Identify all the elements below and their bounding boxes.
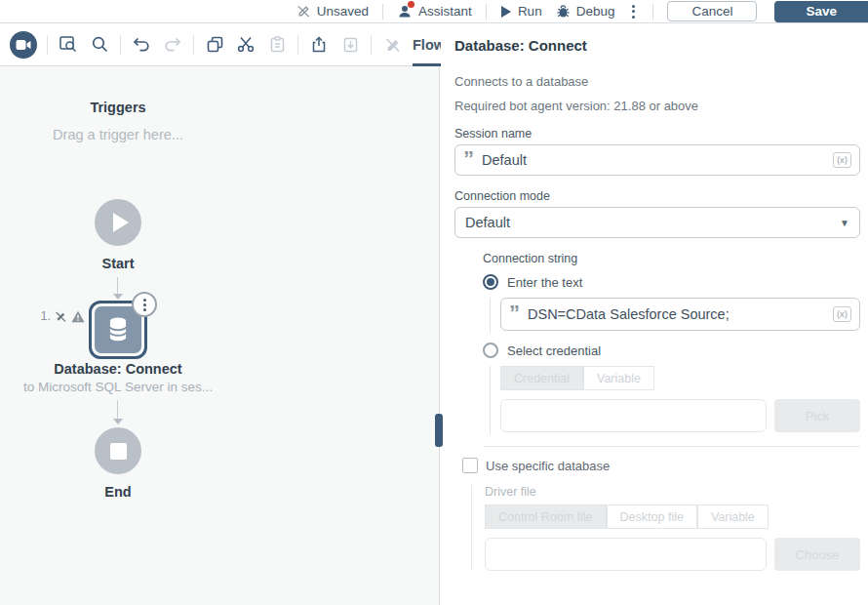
node-annotations: 1. — [41, 309, 85, 323]
assistant-button[interactable]: Assistant — [397, 4, 472, 20]
credential-block: Credential Variable Pick — [490, 366, 860, 434]
tab-credential[interactable]: Credential — [500, 366, 583, 390]
unsaved-status: Unsaved — [296, 4, 369, 19]
undo-icon[interactable] — [131, 34, 152, 56]
tab-variable[interactable]: Variable — [583, 366, 654, 390]
end-node[interactable] — [95, 427, 141, 474]
paste-icon[interactable] — [266, 34, 288, 56]
play-icon — [113, 213, 129, 232]
database-icon — [105, 316, 131, 343]
connection-string-value: DSN=CData Salesforce Source; — [528, 306, 825, 322]
session-name-input[interactable]: ” Default (x) — [454, 144, 860, 176]
chevron-down-icon: ▼ — [840, 218, 849, 228]
node-index: 1. — [41, 309, 51, 323]
zoom-icon[interactable] — [89, 34, 110, 56]
warning-icon — [71, 310, 85, 323]
find-in-flow-icon[interactable] — [58, 34, 79, 56]
pick-button[interactable]: Pick — [774, 399, 860, 432]
topbar-separator — [382, 4, 383, 20]
connection-mode-select[interactable]: Default ▼ — [454, 207, 860, 238]
enter-text-label: Enter the text — [507, 275, 582, 290]
redo-icon[interactable] — [162, 34, 183, 56]
assistant-icon — [397, 4, 413, 20]
import-download-icon[interactable] — [339, 34, 361, 56]
driver-file-group: Driver file Control Room file Desktop fi… — [471, 485, 860, 571]
insert-variable-icon[interactable]: (x) — [833, 306, 851, 322]
use-specific-database-row[interactable]: Use specific database — [462, 458, 860, 473]
node-subtitle: to Microsoft SQL Server in ses... — [23, 380, 213, 394]
text-quote-icon: ” — [463, 154, 474, 166]
select-credential-radio-row[interactable]: Select credential — [483, 343, 860, 358]
save-button[interactable]: Save — [774, 1, 868, 22]
driver-file-label: Driver file — [485, 485, 860, 499]
connection-mode-label: Connection mode — [454, 189, 860, 203]
driver-file-tabs: Control Room file Desktop file Variable — [485, 504, 860, 529]
connection-string-input-block: ” DSN=CData Salesforce Source; (x) — [490, 298, 860, 333]
unsaved-label: Unsaved — [317, 4, 369, 19]
debug-button[interactable]: Debug — [556, 4, 615, 19]
panel-resize-handle[interactable] — [435, 414, 443, 447]
text-quote-icon: ” — [509, 308, 520, 320]
insert-variable-icon[interactable]: (x) — [833, 152, 851, 168]
radio-unselected-icon[interactable] — [483, 343, 498, 358]
connection-mode-value: Default — [465, 215, 840, 230]
play-icon — [500, 5, 512, 19]
assistant-label: Assistant — [418, 4, 472, 19]
topbar-separator — [652, 4, 653, 20]
use-specific-database-label: Use specific database — [486, 459, 610, 473]
stop-icon — [110, 443, 127, 460]
end-node-label: End — [104, 484, 131, 500]
record-button[interactable] — [10, 31, 37, 59]
checkbox-unchecked-icon[interactable] — [462, 458, 478, 473]
unsaved-edit-icon — [55, 310, 67, 323]
node-title: Database: Connect — [54, 361, 181, 377]
credential-input[interactable] — [500, 399, 767, 432]
connector-arrow — [113, 419, 123, 424]
trigger-drop-zone[interactable]: Drag a trigger here... — [53, 127, 183, 142]
node-options-menu[interactable] — [132, 292, 157, 317]
action-description: Connects to a database — [454, 74, 860, 89]
run-button[interactable]: Run — [500, 4, 542, 19]
connector-line — [117, 400, 118, 420]
connection-string-input[interactable]: ” DSN=CData Salesforce Source; (x) — [500, 298, 860, 331]
top-bar: Unsaved Assistant Run Debug Cancel Save — [0, 0, 868, 23]
tab-desktop-file[interactable]: Desktop file — [607, 504, 697, 529]
notification-dot — [408, 1, 414, 8]
session-name-label: Session name — [454, 127, 860, 141]
radio-selected-icon[interactable] — [483, 274, 498, 290]
panel-title: Database: Connect — [454, 37, 860, 54]
agent-version-note: Required bot agent version: 21.88 or abo… — [454, 99, 860, 113]
enter-text-radio-row[interactable]: Enter the text — [483, 274, 860, 290]
start-node[interactable] — [95, 199, 141, 246]
driver-file-input[interactable] — [485, 538, 767, 571]
bug-icon — [556, 4, 571, 19]
action-properties-panel: Database: Connect Connects to a database… — [441, 23, 868, 605]
video-camera-icon — [16, 39, 31, 51]
copy-icon[interactable] — [204, 34, 225, 56]
cancel-button[interactable]: Cancel — [667, 1, 757, 21]
editor-toolbar: Flow List — [0, 23, 440, 66]
flow-canvas[interactable]: Triggers Drag a trigger here... Start 1. — [0, 66, 440, 605]
connection-string-label: Connection string — [483, 252, 860, 265]
start-node-label: Start — [101, 256, 134, 271]
annotate-pen-slash-icon[interactable] — [381, 34, 403, 56]
connector-arrow — [113, 294, 123, 300]
section-divider — [483, 446, 860, 447]
topbar-separator — [486, 4, 487, 20]
run-label: Run — [518, 4, 542, 19]
tab-variable[interactable]: Variable — [697, 504, 769, 529]
connector-line — [117, 277, 118, 295]
share-export-icon[interactable] — [308, 34, 330, 56]
edit-slash-icon — [296, 4, 311, 19]
select-credential-label: Select credential — [507, 343, 601, 358]
tab-control-room-file[interactable]: Control Room file — [485, 504, 607, 529]
cut-icon[interactable] — [235, 34, 256, 56]
connection-string-group: Connection string Enter the text ” DSN=C… — [483, 252, 860, 447]
choose-button[interactable]: Choose — [774, 538, 860, 571]
credential-tabs: Credential Variable — [500, 366, 860, 390]
triggers-heading: Triggers — [90, 100, 145, 115]
session-name-value: Default — [482, 152, 825, 168]
more-options-menu[interactable] — [628, 5, 639, 19]
debug-label: Debug — [576, 4, 615, 19]
